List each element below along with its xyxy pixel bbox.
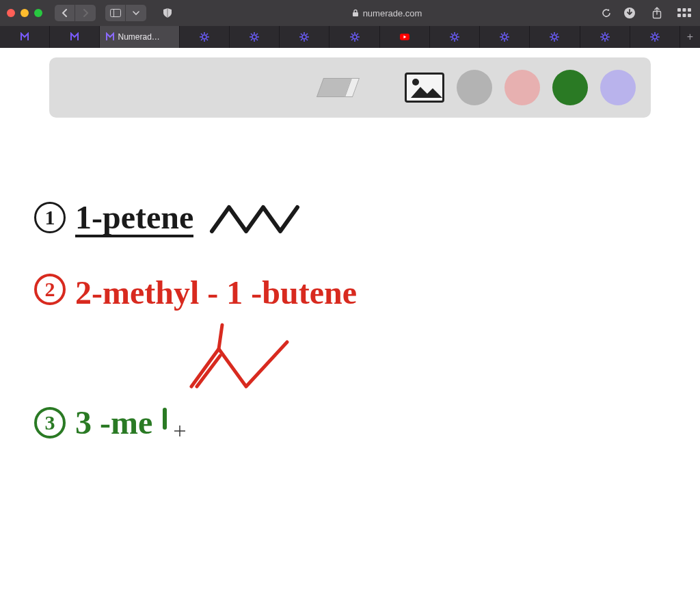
new-tab-button[interactable]: + (680, 26, 700, 48)
svg-line-25 (251, 34, 252, 35)
tab-10[interactable] (530, 26, 580, 48)
svg-line-36 (306, 34, 308, 35)
tab-3[interactable] (180, 26, 230, 48)
svg-line-56 (451, 39, 453, 40)
window-controls (7, 9, 42, 17)
svg-line-46 (351, 39, 353, 40)
svg-line-53 (451, 34, 453, 35)
numerade-favicon-icon (20, 32, 29, 42)
circled-number-2: 2 (34, 274, 66, 305)
chevron-down-icon (133, 10, 139, 16)
page-content: 1 1-petene 2 2-methyl - 1 -butene 3 3 -m… (0, 48, 700, 602)
note-1-text: 1-petene (75, 198, 193, 236)
tab-label: Numerad… (118, 32, 159, 42)
svg-rect-6 (683, 8, 686, 12)
browser-toolbar: numerade.com (0, 0, 700, 26)
note-3-text: 3 -me (75, 404, 152, 441)
svg-point-75 (603, 35, 607, 39)
tab-5[interactable] (280, 26, 329, 48)
sidebar-menu-button[interactable] (126, 5, 146, 21)
gear-favicon-icon (350, 32, 360, 42)
tab-12[interactable] (630, 26, 680, 48)
mountain-icon (411, 84, 442, 98)
color-gray[interactable] (457, 70, 492, 105)
download-icon (623, 7, 636, 19)
svg-line-89 (651, 34, 653, 35)
color-lavender[interactable] (600, 70, 636, 105)
svg-rect-10 (688, 14, 691, 17)
svg-line-64 (507, 34, 508, 35)
tab-strip: Numerad… + (0, 26, 700, 48)
insert-image-button[interactable] (405, 73, 444, 103)
gear-favicon-icon (500, 32, 509, 42)
tab-1[interactable] (50, 26, 100, 48)
forward-button[interactable] (75, 5, 96, 21)
back-button[interactable] (55, 5, 75, 21)
svg-point-20 (252, 35, 256, 39)
tab-0[interactable] (0, 26, 50, 48)
svg-line-27 (256, 34, 258, 35)
whiteboard-toolbar (49, 57, 651, 118)
url-host: numerade.com (363, 8, 422, 18)
svg-line-80 (602, 34, 603, 35)
svg-rect-2 (353, 12, 358, 16)
svg-line-81 (607, 39, 608, 40)
svg-line-19 (201, 39, 202, 40)
reload-icon (601, 8, 612, 18)
note-2-text: 2-methyl - 1 -butene (75, 274, 357, 311)
close-window-button[interactable] (7, 9, 15, 17)
privacy-report-button[interactable] (159, 5, 176, 21)
eraser-icon (317, 78, 356, 97)
tab-9[interactable] (480, 26, 530, 48)
svg-rect-5 (677, 8, 681, 12)
tab-2-active[interactable]: Numerad… (100, 26, 179, 48)
svg-rect-9 (683, 14, 686, 17)
tab-11[interactable] (580, 26, 630, 48)
sidebar-icon (110, 9, 121, 17)
sidebar-toggle-group (105, 5, 146, 21)
svg-line-54 (457, 39, 458, 40)
sidebar-button[interactable] (105, 5, 126, 21)
tabs-overview-button[interactable] (675, 5, 693, 21)
svg-line-90 (657, 39, 658, 40)
svg-point-11 (202, 35, 206, 39)
svg-line-26 (256, 39, 258, 40)
svg-line-16 (201, 34, 202, 35)
svg-point-57 (502, 35, 507, 39)
svg-line-74 (551, 39, 552, 40)
svg-rect-8 (677, 14, 681, 17)
tab-4[interactable] (230, 26, 280, 48)
tab-7[interactable] (380, 26, 430, 48)
minimize-window-button[interactable] (21, 9, 29, 17)
share-button[interactable] (648, 5, 666, 21)
gear-favicon-icon (550, 32, 559, 42)
tab-6[interactable] (329, 26, 379, 48)
address-bar[interactable]: numerade.com (182, 8, 592, 18)
svg-line-91 (657, 34, 658, 35)
tab-8[interactable] (430, 26, 480, 48)
svg-point-66 (552, 35, 556, 39)
color-green[interactable] (552, 70, 588, 105)
toolbar-right (621, 5, 693, 21)
svg-line-82 (607, 34, 608, 35)
youtube-favicon-icon (400, 32, 409, 42)
svg-line-35 (306, 39, 308, 40)
svg-line-44 (357, 39, 358, 40)
circled-number-3: 3 (34, 407, 66, 439)
numerade-favicon-icon (70, 32, 79, 42)
whiteboard-canvas[interactable]: 1 1-petene 2 2-methyl - 1 -butene 3 3 -m… (14, 130, 686, 595)
fullscreen-window-button[interactable] (34, 9, 42, 17)
shield-icon (162, 8, 173, 18)
gear-favicon-icon (600, 32, 610, 42)
lock-icon (352, 9, 359, 17)
svg-line-34 (301, 34, 302, 35)
reload-button[interactable] (597, 5, 615, 21)
chevron-right-icon (82, 9, 89, 17)
color-pink[interactable] (504, 70, 540, 105)
eraser-tool[interactable] (320, 78, 353, 97)
svg-line-17 (206, 39, 208, 40)
note-1: 1 1-petene (34, 198, 304, 236)
partial-stroke-icon (158, 407, 172, 434)
svg-line-65 (501, 39, 502, 40)
downloads-button[interactable] (621, 5, 638, 21)
